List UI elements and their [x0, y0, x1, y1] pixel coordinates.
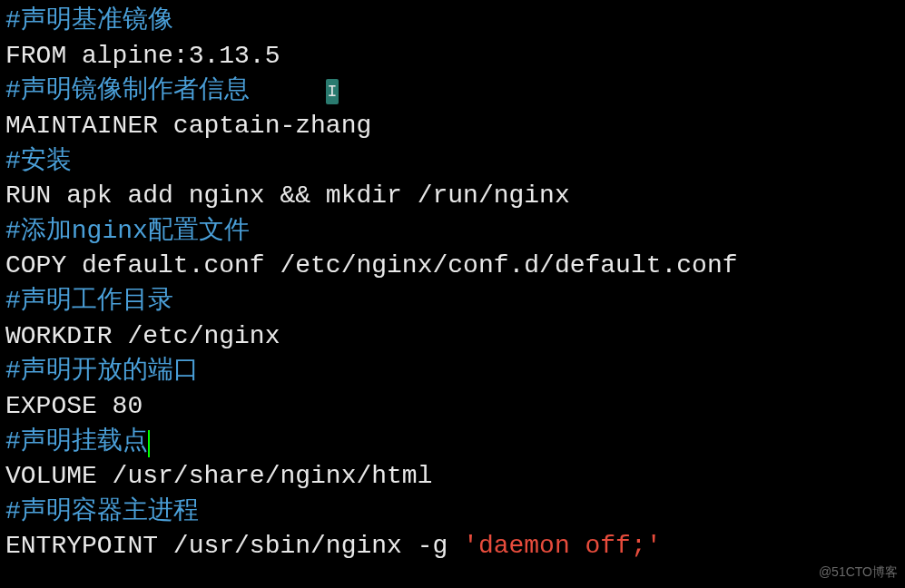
code-text: WORKDIR /etc/nginx	[5, 322, 280, 350]
code-text: COPY default.conf /etc/nginx/conf.d/defa…	[5, 251, 738, 279]
comment-text: #声明开放的端口	[5, 357, 199, 385]
dockerfile-line: #声明挂载点	[5, 425, 900, 460]
terminal-editor[interactable]: #声明基准镜像 FROM alpine:3.13.5 #声明镜像制作者信息 I …	[5, 4, 900, 564]
code-text: EXPOSE 80	[5, 392, 143, 420]
code-text: VOLUME /usr/share/nginx/html	[5, 462, 432, 490]
comment-text: #声明容器主进程	[5, 497, 199, 525]
code-text: FROM alpine:3.13.5	[5, 42, 280, 70]
dockerfile-line: #声明基准镜像	[5, 4, 900, 39]
comment-text: #声明挂载点	[5, 427, 148, 456]
dockerfile-line: #声明容器主进程	[5, 495, 900, 530]
dockerfile-line: COPY default.conf /etc/nginx/conf.d/defa…	[5, 249, 900, 284]
dockerfile-line: #安装	[5, 144, 900, 180]
dockerfile-line: VOLUME /usr/share/nginx/html	[5, 459, 900, 495]
code-text: MAINTAINER captain-zhang	[5, 112, 371, 140]
code-text: ENTRYPOINT /usr/sbin/nginx -g	[5, 532, 463, 560]
string-literal: 'daemon off;'	[463, 532, 661, 560]
comment-text: #声明工作目录	[5, 287, 173, 315]
text-cursor-icon: I	[326, 79, 339, 104]
dockerfile-line: EXPOSE 80	[5, 389, 900, 425]
dockerfile-line: ENTRYPOINT /usr/sbin/nginx -g 'daemon of…	[5, 529, 900, 564]
dockerfile-line: RUN apk add nginx && mkdir /run/nginx	[5, 179, 900, 214]
edit-cursor-icon	[148, 430, 150, 457]
comment-text: #添加nginx配置文件	[5, 217, 250, 245]
dockerfile-line: WORKDIR /etc/nginx	[5, 319, 900, 355]
dockerfile-line: FROM alpine:3.13.5	[5, 39, 900, 74]
comment-text: #声明基准镜像	[5, 6, 173, 34]
dockerfile-line: #添加nginx配置文件	[5, 214, 900, 250]
code-text: RUN apk add nginx && mkdir /run/nginx	[5, 181, 570, 210]
dockerfile-line: #声明工作目录	[5, 284, 900, 319]
comment-text: #安装	[5, 147, 72, 175]
dockerfile-line: #声明开放的端口	[5, 354, 900, 389]
dockerfile-line: #声明镜像制作者信息 I	[5, 74, 900, 109]
comment-text: #声明镜像制作者信息	[5, 76, 250, 104]
watermark-text: @51CTO博客	[819, 564, 898, 581]
dockerfile-line: MAINTAINER captain-zhang	[5, 109, 900, 144]
